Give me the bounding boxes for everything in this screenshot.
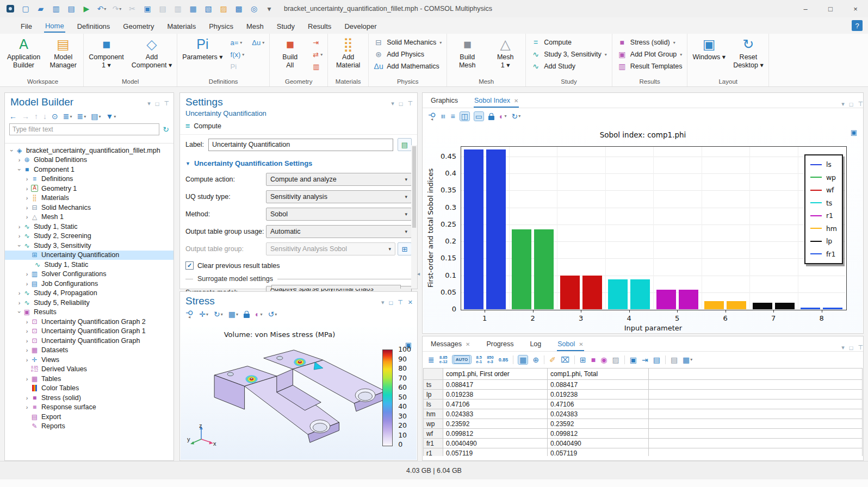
redo-icon[interactable]: ↷▾ bbox=[110, 2, 124, 16]
table-graph-icon[interactable]: ⊞ bbox=[580, 355, 586, 364]
bar-first-order[interactable] bbox=[801, 308, 820, 309]
tree-item[interactable]: ›∿Study 5, Reliability bbox=[5, 298, 173, 308]
table-cell[interactable]: 0.088417 bbox=[548, 380, 649, 390]
tree-item[interactable]: ›⊡Uncertainty Quantification Graph 1 bbox=[5, 327, 173, 336]
row-header[interactable]: r1 bbox=[424, 448, 443, 457]
table-cell[interactable] bbox=[649, 419, 863, 429]
cut-icon[interactable]: ✂ bbox=[125, 2, 139, 16]
scatter-plot-icon[interactable]: ▨ bbox=[612, 355, 619, 364]
table-cell[interactable] bbox=[649, 409, 863, 419]
table-cell[interactable]: 0.024383 bbox=[443, 409, 548, 419]
tree-item[interactable]: ›✛Views bbox=[5, 355, 173, 365]
menu-home[interactable]: Home bbox=[44, 19, 65, 33]
menu-geometry[interactable]: Geometry bbox=[122, 20, 155, 32]
results-tab-progress[interactable]: Progress bbox=[486, 338, 514, 351]
tree-chevron-icon[interactable]: › bbox=[23, 357, 30, 363]
save-as-icon[interactable]: ▤ bbox=[64, 2, 78, 16]
bar-total[interactable] bbox=[630, 279, 650, 309]
add-mathematics-button[interactable]: ΔuAdd Mathematics bbox=[374, 62, 442, 71]
table-cell[interactable]: 0.057119 bbox=[548, 448, 649, 457]
label-input[interactable] bbox=[208, 139, 393, 151]
bar-first-order[interactable] bbox=[560, 276, 580, 309]
tree-item[interactable]: ›■Stress (solid) bbox=[5, 393, 173, 403]
copy-icon[interactable]: ▣ bbox=[140, 2, 154, 16]
tree-item[interactable]: ›▦Tables bbox=[5, 374, 173, 384]
move-down-icon[interactable]: ↓ bbox=[43, 112, 47, 121]
copy-table-icon[interactable]: ▣ bbox=[630, 355, 637, 364]
panel-close-icon[interactable]: ✕ bbox=[408, 299, 413, 306]
splitter-collapse-icon[interactable]: ◂ bbox=[417, 271, 420, 277]
tree-item[interactable]: ›⊡Uncertainty Quantification Graph bbox=[5, 336, 173, 346]
tree-chevron-icon[interactable]: › bbox=[23, 347, 30, 353]
stress-solid-button[interactable]: ■Stress (solid)▾ bbox=[617, 38, 683, 47]
tree-item[interactable]: ›≡Definitions bbox=[5, 174, 173, 184]
variables-button[interactable]: a=▾ bbox=[231, 39, 245, 47]
parameter-case-button[interactable]: Pi bbox=[231, 63, 245, 71]
bar-first-order[interactable] bbox=[704, 301, 724, 309]
virtual-operations-button[interactable]: ▥ bbox=[313, 63, 323, 71]
table-cell[interactable]: 0.057119 bbox=[443, 448, 548, 457]
table-cell[interactable]: 0.099812 bbox=[443, 429, 548, 439]
corner-header[interactable] bbox=[424, 369, 443, 380]
tree-item[interactable]: ▤Export bbox=[5, 412, 173, 422]
panel-menu-icon[interactable]: ▾ bbox=[841, 344, 845, 351]
menu-materials[interactable]: Materials bbox=[166, 20, 197, 32]
panel-float-icon[interactable]: □ bbox=[156, 101, 159, 107]
build-all-button[interactable]: ■Build All bbox=[275, 35, 305, 70]
clear-tables-checkbox[interactable]: ✓ bbox=[185, 261, 194, 270]
open-file-icon[interactable]: ▰ bbox=[34, 2, 48, 16]
tree-item[interactable]: ›◈bracket_uncertainty_quantification_fil… bbox=[5, 146, 173, 155]
tree-chevron-icon[interactable]: › bbox=[23, 338, 30, 344]
tree-item[interactable]: ›⣿Materials bbox=[5, 193, 173, 203]
back-icon[interactable]: ← bbox=[9, 112, 17, 121]
tree-chevron-icon[interactable]: › bbox=[23, 280, 30, 287]
table-cell[interactable]: 0.23592 bbox=[548, 419, 649, 429]
polar-icon[interactable]: ⊕ bbox=[532, 355, 539, 364]
panel-menu-icon[interactable]: ▾ bbox=[841, 101, 845, 108]
panel-pin-icon[interactable]: ⊤ bbox=[407, 100, 413, 107]
table-cell[interactable]: 0.0040490 bbox=[443, 439, 548, 448]
row-header[interactable]: fr1 bbox=[424, 439, 443, 448]
panel-pin-icon[interactable]: ⊤ bbox=[398, 299, 403, 306]
precision-eng-icon[interactable]: 850e-3 bbox=[487, 355, 494, 364]
move-up-icon[interactable]: ↑ bbox=[34, 112, 38, 121]
tree-item[interactable]: ›⊟Solid Mechanics bbox=[5, 203, 173, 213]
copy-selection-icon[interactable]: ▤ bbox=[653, 355, 660, 364]
table-cell[interactable] bbox=[649, 380, 863, 390]
add-plot-group-button[interactable]: ▣Add Plot Group▾ bbox=[617, 50, 683, 59]
auto-precision-icon[interactable]: AUTO bbox=[452, 355, 472, 364]
uq-settings-section-header[interactable]: ▼ Uncertainty Quantification Settings bbox=[180, 154, 417, 171]
tree-item[interactable]: Color Tables bbox=[5, 384, 173, 394]
tree-chevron-icon[interactable]: › bbox=[16, 233, 23, 239]
field-select[interactable]: Sensitivity analysis▾ bbox=[266, 190, 412, 203]
panel-pin-icon[interactable]: ⊤ bbox=[858, 344, 863, 351]
bar-first-order[interactable] bbox=[464, 149, 483, 309]
table-cell[interactable]: 0.099812 bbox=[548, 429, 649, 439]
lock-icon[interactable] bbox=[488, 113, 494, 120]
graphics-tab-graphics[interactable]: Graphics bbox=[430, 94, 458, 108]
surface-plot-icon[interactable]: ■ bbox=[591, 355, 596, 364]
row-settings-icon[interactable]: ≣ bbox=[428, 355, 435, 364]
panel-float-icon[interactable]: □ bbox=[850, 345, 853, 351]
select-box-icon[interactable]: ▧ bbox=[201, 2, 215, 16]
orientation-icon[interactable]: ✛▾ bbox=[199, 310, 208, 319]
table-cell[interactable]: 0.47106 bbox=[443, 399, 548, 409]
tree-chevron-icon[interactable]: › bbox=[23, 328, 30, 334]
tree-chevron-icon[interactable]: › bbox=[23, 195, 30, 201]
tree-item[interactable]: ›△Mesh 1 bbox=[5, 213, 173, 222]
filter-icon[interactable]: ▼▾ bbox=[106, 112, 116, 121]
functions-button[interactable]: f(x)▾ bbox=[231, 51, 245, 59]
table-row[interactable]: wp0.235920.23592 bbox=[424, 419, 863, 429]
minimize-button[interactable]: – bbox=[793, 0, 818, 17]
export-table-icon[interactable]: ⇥ bbox=[642, 355, 648, 364]
dataset-icon[interactable]: ▣ bbox=[851, 128, 857, 136]
tree-chevron-icon[interactable]: › bbox=[23, 185, 30, 192]
model-tree-settings-icon[interactable]: ▤▾ bbox=[91, 112, 101, 121]
tree-item[interactable]: ›∿Study 3, Sensitivity bbox=[5, 241, 173, 251]
tree-chevron-icon[interactable]: › bbox=[16, 223, 23, 230]
row-header[interactable]: wf bbox=[424, 429, 443, 439]
undo-icon[interactable]: ↶▾ bbox=[95, 2, 109, 16]
clear-table-icon[interactable]: ✐ bbox=[549, 355, 556, 364]
paste-icon[interactable]: ▤ bbox=[156, 2, 170, 16]
menu-developer[interactable]: Developer bbox=[343, 20, 377, 32]
